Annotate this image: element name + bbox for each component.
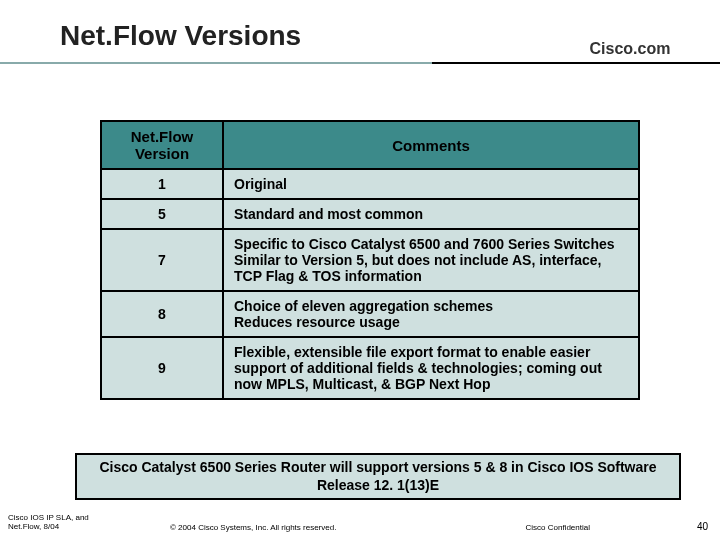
cell-comment: Original <box>223 169 639 199</box>
support-callout: Cisco Catalyst 6500 Series Router will s… <box>75 453 681 500</box>
footer-copyright: © 2004 Cisco Systems, Inc. All rights re… <box>170 523 336 532</box>
cell-version: 7 <box>101 229 223 291</box>
footer-left-line2: Net.Flow, 8/04 <box>8 523 89 532</box>
footer-confidential: Cisco Confidential <box>526 523 590 532</box>
table-row: 9 Flexible, extensible file export forma… <box>101 337 639 399</box>
footer-page-number: 40 <box>697 521 708 532</box>
table-row: 8 Choice of eleven aggregation schemesRe… <box>101 291 639 337</box>
page-title: Net.Flow Versions <box>60 20 301 52</box>
cell-comment: Choice of eleven aggregation schemesRedu… <box>223 291 639 337</box>
table-row: 7 Specific to Cisco Catalyst 6500 and 76… <box>101 229 639 291</box>
cell-version: 5 <box>101 199 223 229</box>
table-row: 1 Original <box>101 169 639 199</box>
header-divider <box>0 62 720 64</box>
cell-version: 9 <box>101 337 223 399</box>
versions-table: Net.Flow Version Comments 1 Original 5 S… <box>100 120 640 400</box>
cell-version: 8 <box>101 291 223 337</box>
col-header-version: Net.Flow Version <box>101 121 223 169</box>
brand-label: Cisco.com <box>590 40 671 57</box>
brand-area: Cisco.com <box>540 40 720 58</box>
col-header-comments: Comments <box>223 121 639 169</box>
cell-version: 1 <box>101 169 223 199</box>
cell-comment: Flexible, extensible file export format … <box>223 337 639 399</box>
table-header-row: Net.Flow Version Comments <box>101 121 639 169</box>
table-row: 5 Standard and most common <box>101 199 639 229</box>
cell-comment: Specific to Cisco Catalyst 6500 and 7600… <box>223 229 639 291</box>
footer-left: Cisco IOS IP SLA, and Net.Flow, 8/04 <box>8 514 89 532</box>
slide: Net.Flow Versions Cisco.com Net.Flow Ver… <box>0 0 720 540</box>
cell-comment: Standard and most common <box>223 199 639 229</box>
